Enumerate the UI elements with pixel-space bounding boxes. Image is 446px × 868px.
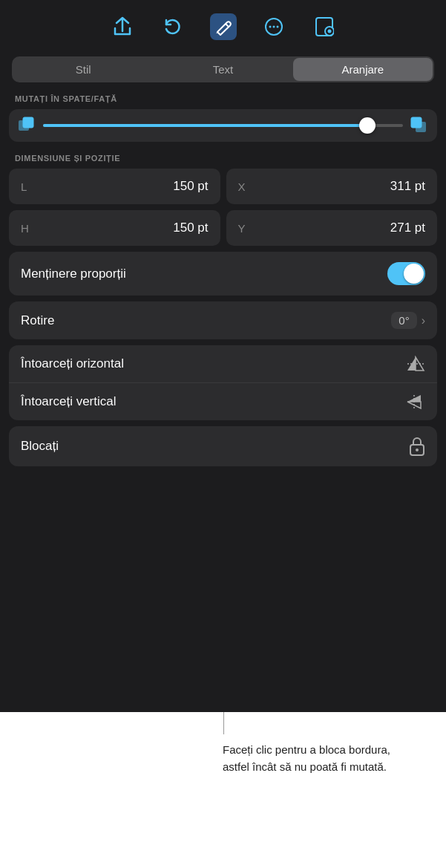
rotation-value: 0° bbox=[391, 312, 416, 329]
x-label: X bbox=[238, 180, 246, 193]
keep-proportions-row[interactable]: Menținere proporții bbox=[9, 252, 437, 296]
flip-group: Întoarceți orizontal Întoarceți vertical bbox=[9, 345, 437, 420]
tooltip-pointer-line bbox=[223, 712, 224, 734]
flip-vertical-row[interactable]: Întoarceți vertical bbox=[9, 383, 437, 420]
dimension-grid: L 150 pt X 311 pt H 150 pt Y 271 pt bbox=[9, 169, 437, 246]
svg-point-3 bbox=[276, 26, 278, 28]
lock-icon bbox=[409, 437, 425, 456]
flip-horizontal-row[interactable]: Întoarceți orizontal bbox=[9, 345, 437, 383]
svg-point-6 bbox=[327, 30, 331, 33]
reader-icon[interactable] bbox=[311, 13, 338, 40]
height-cell[interactable]: H 150 pt bbox=[9, 210, 220, 246]
height-label: H bbox=[21, 222, 29, 235]
svg-point-19 bbox=[416, 448, 419, 451]
rotation-label: Rotire bbox=[21, 313, 54, 328]
flip-horizontal-label: Întoarceți orizontal bbox=[21, 356, 124, 371]
layer-front-icon bbox=[410, 117, 428, 134]
width-label: L bbox=[21, 180, 27, 193]
svg-rect-11 bbox=[411, 117, 422, 128]
tooltip-area: Faceți clic pentru a bloca bordura, astf… bbox=[0, 712, 446, 868]
width-value: 150 pt bbox=[173, 179, 208, 194]
section-label-move: MUTAȚI ÎN SPATE/FAȚĂ bbox=[0, 94, 446, 103]
lock-label: Blocați bbox=[21, 439, 59, 454]
markup-icon[interactable] bbox=[210, 13, 237, 40]
y-cell[interactable]: Y 271 pt bbox=[226, 210, 438, 246]
svg-point-1 bbox=[269, 26, 271, 28]
toggle-knob bbox=[404, 264, 424, 284]
y-value: 271 pt bbox=[390, 221, 425, 235]
rotation-chevron-icon: › bbox=[422, 314, 425, 327]
keep-proportions-toggle[interactable] bbox=[387, 262, 425, 285]
more-icon[interactable] bbox=[260, 13, 287, 40]
height-value: 150 pt bbox=[173, 221, 208, 235]
tab-stil[interactable]: Stil bbox=[13, 58, 153, 81]
toolbar bbox=[0, 0, 446, 50]
tooltip-line-container bbox=[0, 712, 446, 734]
rotation-right: 0° › bbox=[391, 312, 425, 329]
y-label: Y bbox=[238, 222, 246, 235]
undo-icon[interactable] bbox=[160, 13, 186, 40]
flip-vertical-icon bbox=[406, 394, 425, 410]
svg-point-2 bbox=[272, 26, 275, 28]
flip-horizontal-icon bbox=[406, 356, 425, 372]
share-icon[interactable] bbox=[109, 13, 136, 40]
keep-proportions-label: Menținere proporții bbox=[21, 267, 126, 281]
tooltip-text: Faceți clic pentru a bloca bordura, astf… bbox=[223, 742, 401, 775]
layer-order-slider-row bbox=[9, 109, 437, 142]
tab-aranjare[interactable]: Aranjare bbox=[293, 58, 433, 81]
svg-rect-9 bbox=[23, 117, 33, 128]
rotation-row[interactable]: Rotire 0° › bbox=[9, 301, 437, 339]
width-cell[interactable]: L 150 pt bbox=[9, 169, 220, 204]
flip-vertical-label: Întoarceți vertical bbox=[21, 394, 117, 409]
x-value: 311 pt bbox=[390, 179, 425, 194]
tab-text[interactable]: Text bbox=[153, 58, 292, 81]
lock-row[interactable]: Blocați bbox=[9, 426, 437, 466]
segment-tabs: Stil Text Aranjare bbox=[12, 56, 434, 82]
section-label-dimension: DIMENSIUNE ȘI POZIȚIE bbox=[0, 154, 446, 163]
x-cell[interactable]: X 311 pt bbox=[226, 169, 438, 204]
layer-back-icon bbox=[18, 117, 36, 134]
layer-order-slider[interactable] bbox=[43, 124, 403, 127]
tooltip-text-container: Faceți clic pentru a bloca bordura, astf… bbox=[0, 734, 446, 868]
